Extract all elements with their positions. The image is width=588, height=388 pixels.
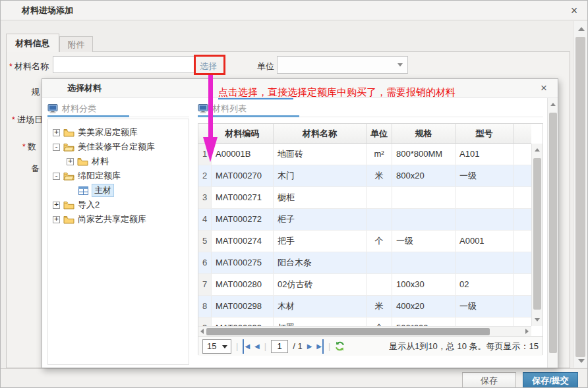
column-header-code: 材料编码 (212, 124, 274, 143)
footer-bar: 保存 保存/提交 (1, 368, 587, 388)
cell-model (456, 318, 514, 326)
page-size-select[interactable]: 15 (202, 339, 231, 354)
dialog-close-icon[interactable]: × (537, 81, 551, 96)
folder-closed-icon (77, 157, 88, 166)
cell-model (456, 209, 514, 230)
next-page-icon[interactable]: ▶ (307, 339, 312, 354)
expand-toggle-plus-icon[interactable]: + (67, 158, 74, 165)
scroll-down-icon[interactable] (535, 318, 540, 321)
table-body: 1 A00001B 地面砖 m² 800*800MM A101 2 MAT000… (198, 144, 531, 326)
tree-item-selected[interactable]: 主材 (48, 183, 189, 198)
cell-unit: 米 (367, 296, 392, 317)
tab-material-info[interactable]: 材料信息 (6, 34, 59, 52)
window-scrollbar[interactable] (573, 21, 587, 368)
scrollbar-thumb[interactable] (533, 158, 541, 310)
prev-page-icon[interactable]: ◀ (254, 339, 260, 354)
tree-item[interactable]: - 绵阳定额库 (48, 169, 189, 183)
collapse-toggle-minus-icon[interactable]: - (53, 144, 60, 151)
entry-date-label-partial: 进场日 (12, 114, 43, 126)
grid-horizontal-scrollbar[interactable] (198, 326, 531, 336)
scroll-up-icon[interactable] (578, 27, 585, 31)
tree-panel-title: 材料分类 (62, 103, 96, 115)
cell-model: 02 (456, 274, 514, 295)
tree-item[interactable]: + 美美家居定额库 (48, 125, 189, 140)
pager-separator: | (328, 341, 330, 351)
scroll-up-icon[interactable] (535, 148, 540, 152)
tree-item[interactable]: + 导入2 (48, 198, 189, 212)
table-row-clipped[interactable]: 9 MAT000299 灯罩 个 500*600 (198, 318, 531, 326)
scroll-up-icon[interactable] (550, 103, 556, 106)
tree-item[interactable]: + 尚家艺共享定额库 (48, 212, 189, 227)
cell-model: A0001 (456, 231, 514, 252)
tree-header-underline (47, 115, 129, 117)
cell-spec: 500*600 (392, 318, 456, 326)
select-material-dialog: 选择材料 × 材料分类 + 美美家居定额库 - 美佳装修平台定额库 + (42, 78, 558, 368)
table-row[interactable]: 5 MAT000274 把手 个 一级 A0001 (198, 231, 531, 252)
tree-header-rule (129, 117, 189, 117)
material-category-tree: + 美美家居定额库 - 美佳装修平台定额库 + 材料 - 绵阳定额库 (47, 119, 189, 365)
cell-filler (514, 187, 531, 208)
expand-toggle-plus-icon[interactable]: + (53, 129, 60, 136)
collapse-toggle-minus-icon[interactable]: - (53, 173, 60, 180)
tree-item[interactable]: - 美佳装修平台定额库 (48, 140, 189, 154)
tab-attachment[interactable]: 附件 (59, 36, 93, 52)
tree-node-label[interactable]: 尚家艺共享定额库 (78, 213, 146, 225)
spec-label-partial: 规 (31, 86, 40, 98)
expand-toggle-plus-icon[interactable]: + (53, 216, 60, 223)
table-row[interactable]: 4 MAT000272 柜子 (198, 209, 531, 231)
cell-rownum: 8 (198, 296, 212, 317)
scrollbar-thumb[interactable] (206, 328, 490, 335)
cell-spec (392, 252, 456, 273)
window-close-icon[interactable]: × (566, 3, 582, 18)
table-row[interactable]: 2 MAT000270 木门 米 800x20 一级 (198, 165, 531, 187)
scrollbar-thumb[interactable] (549, 113, 557, 353)
cell-code: MAT000274 (212, 231, 274, 252)
tree-node-label[interactable]: 材料 (92, 155, 109, 167)
column-header-model: 型号 (456, 124, 514, 143)
cell-name: 木材 (274, 296, 367, 317)
table-row[interactable]: 1 A00001B 地面砖 m² 800*800MM A101 (198, 144, 531, 165)
dialog-vertical-scrollbar[interactable] (547, 98, 558, 368)
scroll-right-icon[interactable] (525, 329, 529, 334)
quantity-label-partial: 数 (22, 141, 36, 153)
select-button-highlight-box (194, 55, 225, 75)
last-page-icon[interactable]: ▶ (316, 339, 324, 354)
material-list-table: 材料编码 材料名称 单位 规格 型号 1 A00001B 地面砖 m² 800*… (198, 123, 543, 355)
cell-unit: 个 (367, 318, 392, 326)
first-page-icon[interactable]: ◀ (243, 339, 250, 354)
refresh-icon[interactable] (335, 341, 345, 351)
tree-node-label[interactable]: 美美家居定额库 (78, 126, 138, 138)
column-header-spec: 规格 (392, 124, 456, 143)
save-submit-button[interactable]: 保存/提交 (523, 372, 578, 388)
cell-spec: 一级 (392, 231, 456, 252)
cell-code: MAT000271 (212, 187, 274, 208)
tree-item[interactable]: + 材料 (48, 154, 189, 169)
cell-filler (514, 209, 531, 230)
cell-spec: 100x30 (392, 274, 456, 295)
cell-rownum: 9 (198, 318, 212, 326)
table-row[interactable]: 3 MAT000271 橱柜 (198, 187, 531, 209)
page-number-input[interactable] (271, 340, 288, 353)
cell-name: 橱柜 (274, 187, 367, 208)
expand-toggle-plus-icon[interactable]: + (53, 202, 60, 209)
table-row[interactable]: 7 MAT000280 02仿古砖 100x30 02 (198, 274, 531, 296)
material-name-input[interactable] (53, 56, 195, 73)
cell-rownum: 4 (198, 209, 212, 230)
scrollbar-thumb[interactable] (575, 37, 585, 357)
tree-node-label[interactable]: 美佳装修平台定额库 (78, 141, 155, 153)
table-row[interactable]: 8 MAT000298 木材 米 400x20 一级 (198, 296, 531, 318)
scroll-left-icon[interactable] (200, 329, 204, 334)
tree-node-label[interactable]: 导入2 (78, 199, 100, 211)
tree-node-label[interactable]: 主材 (92, 184, 114, 197)
cell-unit: 个 (367, 231, 392, 252)
save-button[interactable]: 保存 (462, 372, 516, 388)
scroll-down-icon[interactable] (578, 359, 585, 363)
cell-name: 地面砖 (274, 144, 367, 165)
table-row[interactable]: 6 MAT000275 阳台木条 (198, 252, 531, 274)
grid-vertical-scrollbar[interactable] (531, 144, 543, 326)
cell-filler (514, 296, 531, 317)
tree-node-label[interactable]: 绵阳定额库 (78, 170, 121, 182)
unit-select[interactable] (277, 56, 408, 74)
cell-filler (514, 252, 531, 273)
cell-unit (367, 209, 392, 230)
